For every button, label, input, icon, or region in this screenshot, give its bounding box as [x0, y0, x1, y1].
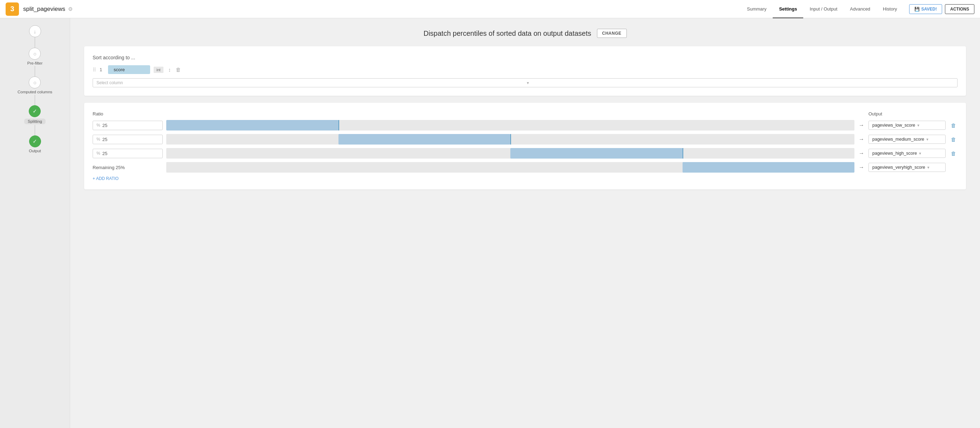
select-column-placeholder: Select column	[97, 80, 524, 85]
delete-sort-button[interactable]: 🗑	[174, 66, 182, 73]
node-circle-prefilter: ○	[29, 48, 41, 60]
ratio-bar-3[interactable]	[166, 148, 854, 159]
sort-num: 1	[100, 67, 105, 72]
remaining-label: Remaining 25%	[92, 165, 163, 170]
sort-card: Sort according to ... ⠿ 1 score int ↕ 🗑 …	[84, 46, 966, 96]
topbar: 3 split_pageviews ⚙ Summary Settings Inp…	[0, 0, 980, 18]
topbar-actions: 💾 SAVED! ACTIONS	[909, 4, 974, 14]
arrow-icon-1: →	[858, 122, 865, 129]
ratio-row-2: % 25 → pageviews_medium_score ▼ 🗑	[92, 134, 958, 145]
add-ratio-label: + ADD RATIO	[92, 176, 119, 181]
nav-summary[interactable]: Summary	[741, 0, 773, 18]
delete-ratio-3[interactable]: 🗑	[949, 151, 958, 156]
sidebar: ↓ ○ Pre-filter ○ Computed columns ✓ Spli…	[0, 18, 70, 428]
ratio-input-2[interactable]: % 25	[92, 135, 163, 144]
top-nav: Summary Settings Input / Output Advanced…	[741, 0, 904, 18]
ratio-input-1[interactable]: % 25	[92, 121, 163, 130]
sort-label: Sort according to ...	[92, 55, 958, 60]
change-button[interactable]: CHANGE	[597, 29, 627, 38]
ratio-bar-remaining	[166, 162, 854, 173]
output-col-header: Output	[869, 111, 946, 116]
ratio-value-3: 25	[102, 151, 107, 156]
save-icon: 💾	[915, 7, 920, 11]
pipeline-node-output[interactable]: ✓ Output	[29, 135, 41, 154]
nav-input-output[interactable]: Input / Output	[803, 0, 843, 18]
sort-column-tag[interactable]: score	[108, 65, 150, 74]
output-caret-1: ▼	[916, 124, 942, 127]
nav-settings[interactable]: Settings	[773, 0, 803, 18]
bar-fill-remaining	[682, 162, 855, 173]
output-value-remaining: pageviews_veryhigh_score	[872, 165, 925, 170]
connector	[35, 66, 35, 76]
output-value-1: pageviews_low_score	[872, 123, 915, 128]
sort-actions: ↕ 🗑	[167, 66, 183, 73]
bar-cursor-1	[339, 120, 339, 130]
actions-button[interactable]: ACTIONS	[945, 4, 974, 14]
ratio-col-header: Ratio	[92, 111, 163, 116]
pipeline-node-prefilter[interactable]: ○ Pre-filter	[27, 48, 43, 76]
delete-ratio-1[interactable]: 🗑	[949, 123, 958, 129]
output-select-2[interactable]: pageviews_medium_score ▼	[869, 135, 946, 144]
connector	[35, 37, 35, 48]
ratio-remaining-row: Remaining 25% → pageviews_veryhigh_score…	[92, 162, 958, 173]
info-icon: ⚙	[68, 6, 73, 12]
output-caret-3: ▼	[918, 151, 942, 156]
arrow-icon-remaining: →	[858, 164, 865, 170]
saved-button[interactable]: 💾 SAVED!	[909, 4, 942, 14]
splitting-label: Splitting	[24, 119, 46, 124]
node-circle-input: ↓	[29, 25, 41, 37]
sort-row: ⠿ 1 score int ↕ 🗑	[92, 65, 958, 74]
connector	[35, 95, 35, 105]
arrow-icon-2: →	[858, 136, 865, 142]
sort-type-badge: int	[154, 67, 164, 73]
app-logo: 3	[6, 2, 19, 16]
ratio-value-1: 25	[102, 123, 107, 128]
arrow-icon-3: →	[858, 150, 865, 156]
add-sort-column[interactable]: Select column ▼	[92, 78, 958, 88]
select-caret-icon: ▼	[526, 81, 954, 85]
output-select-remaining[interactable]: pageviews_veryhigh_score ▼	[869, 163, 946, 172]
add-ratio-button[interactable]: + ADD RATIO	[92, 176, 958, 181]
bar-fill-2	[339, 134, 511, 145]
ratio-row-3: % 25 → pageviews_high_score ▼ 🗑	[92, 148, 958, 159]
ratio-card: Ratio Output % 25 → pageviews_low_scor	[84, 103, 966, 189]
node-circle-computed: ○	[29, 76, 41, 88]
pipeline-node-input: ↓	[29, 25, 41, 48]
sort-order-button[interactable]: ↕	[167, 66, 173, 73]
ratio-input-3[interactable]: % 25	[92, 149, 163, 158]
dispatch-title: Dispatch percentiles of sorted data on o…	[423, 29, 591, 38]
page-title: split_pageviews	[23, 6, 65, 13]
drag-icon[interactable]: ⠿	[92, 67, 96, 73]
pipeline-node-splitting[interactable]: ✓ Splitting	[24, 105, 46, 135]
output-caret-remaining: ▼	[927, 165, 942, 169]
nav-history[interactable]: History	[877, 0, 903, 18]
ratio-value-2: 25	[102, 137, 107, 142]
bar-fill-1	[166, 120, 339, 130]
bar-fill-3	[510, 148, 682, 159]
pipeline-node-computed[interactable]: ○ Computed columns	[18, 76, 52, 105]
main-content: Dispatch percentiles of sorted data on o…	[70, 18, 980, 428]
output-label: Output	[29, 149, 41, 153]
ratio-bar-2[interactable]	[166, 134, 854, 145]
page-header: Dispatch percentiles of sorted data on o…	[84, 29, 966, 38]
prefilter-label: Pre-filter	[27, 61, 43, 65]
output-value-3: pageviews_high_score	[872, 151, 917, 156]
computed-label: Computed columns	[18, 90, 52, 94]
output-caret-2: ▼	[926, 137, 942, 142]
output-value-2: pageviews_medium_score	[872, 137, 924, 142]
output-select-3[interactable]: pageviews_high_score ▼	[869, 149, 946, 158]
bar-cursor-3	[682, 148, 683, 159]
node-circle-output: ✓	[29, 135, 41, 147]
ratio-bar-1[interactable]	[166, 120, 854, 130]
output-select-1[interactable]: pageviews_low_score ▼	[869, 121, 946, 130]
ratio-header-row: Ratio Output	[92, 111, 958, 116]
bar-cursor-2	[510, 134, 511, 145]
connector	[35, 125, 35, 135]
layout: ↓ ○ Pre-filter ○ Computed columns ✓ Spli…	[0, 18, 980, 428]
nav-advanced[interactable]: Advanced	[843, 0, 877, 18]
delete-ratio-2[interactable]: 🗑	[949, 137, 958, 142]
node-circle-splitting: ✓	[29, 105, 41, 117]
ratio-row-1: % 25 → pageviews_low_score ▼ 🗑	[92, 120, 958, 130]
